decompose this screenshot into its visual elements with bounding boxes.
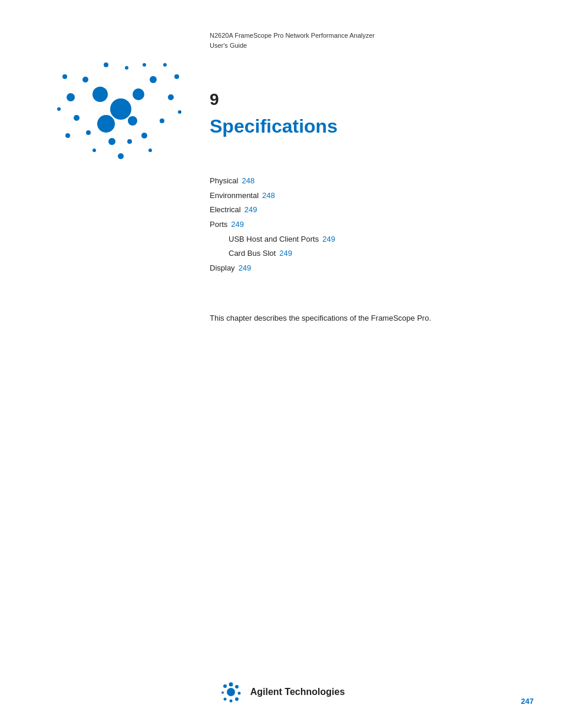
toc-item-page[interactable]: 248: [262, 189, 275, 203]
svg-point-18: [57, 107, 61, 111]
toc-item-label: Environmental: [210, 189, 259, 203]
svg-point-21: [118, 153, 124, 159]
svg-point-34: [222, 691, 224, 694]
svg-point-11: [86, 130, 91, 135]
table-of-contents: Physical248Environmental248Electrical249…: [210, 174, 335, 276]
toc-item-page[interactable]: 249: [279, 246, 292, 261]
svg-point-31: [235, 697, 239, 701]
footer: Agilent Technologies: [0, 678, 562, 706]
toc-item-page[interactable]: 249: [322, 232, 335, 247]
svg-point-0: [110, 98, 131, 120]
decorative-dots-graphic: [35, 32, 189, 186]
toc-item-page[interactable]: 249: [231, 218, 244, 232]
toc-item[interactable]: Display249: [210, 261, 335, 276]
chapter-description: This chapter describes the specification…: [210, 312, 431, 325]
svg-point-35: [223, 684, 227, 688]
svg-point-17: [62, 74, 67, 79]
svg-point-2: [133, 88, 144, 100]
svg-point-12: [108, 138, 115, 145]
footer-brand-name: Agilent Technologies: [250, 687, 345, 697]
toc-item[interactable]: Electrical249: [210, 203, 335, 218]
toc-item-page[interactable]: 249: [244, 203, 257, 218]
svg-point-24: [104, 62, 108, 67]
chapter-number: 9: [210, 91, 219, 108]
toc-item-label: USB Host and Client Ports: [229, 232, 319, 247]
toc-item-label: Display: [210, 261, 235, 276]
svg-point-26: [163, 63, 167, 67]
toc-item-page[interactable]: 248: [242, 174, 254, 189]
svg-point-25: [143, 63, 146, 67]
toc-item-page[interactable]: 249: [239, 261, 252, 276]
svg-point-13: [127, 139, 132, 144]
toc-item[interactable]: Physical248: [210, 174, 335, 189]
header-line1: N2620A FrameScope Pro Network Performanc…: [210, 31, 375, 41]
footer-logo-area: Agilent Technologies: [217, 678, 345, 706]
svg-point-19: [65, 133, 70, 138]
svg-point-20: [92, 149, 96, 152]
svg-point-5: [150, 76, 157, 83]
toc-item-label: Ports: [210, 218, 227, 232]
svg-point-6: [168, 94, 174, 100]
svg-point-10: [74, 115, 80, 121]
svg-point-14: [141, 133, 147, 139]
toc-item-label: Card Bus Slot: [229, 246, 276, 261]
svg-point-15: [174, 74, 179, 79]
footer-page-number: 247: [521, 697, 534, 706]
svg-point-16: [178, 110, 181, 114]
svg-point-9: [67, 93, 75, 101]
toc-item[interactable]: Ports249: [210, 218, 335, 232]
svg-point-3: [97, 115, 115, 133]
toc-item[interactable]: USB Host and Client Ports249: [229, 232, 335, 247]
svg-point-23: [125, 66, 128, 70]
svg-point-7: [160, 118, 164, 123]
svg-point-29: [235, 685, 239, 689]
header-text: N2620A FrameScope Pro Network Performanc…: [210, 31, 375, 50]
toc-item-label: Physical: [210, 174, 238, 189]
svg-point-33: [223, 698, 226, 701]
svg-point-28: [229, 683, 233, 687]
svg-point-4: [128, 116, 137, 126]
svg-point-1: [92, 87, 108, 102]
toc-item-label: Electrical: [210, 203, 241, 218]
agilent-logo-icon: [217, 678, 244, 706]
toc-item[interactable]: Environmental248: [210, 189, 335, 203]
svg-point-8: [82, 77, 88, 83]
svg-point-22: [148, 149, 152, 152]
toc-item[interactable]: Card Bus Slot249: [229, 246, 335, 261]
header-line2: User's Guide: [210, 41, 375, 51]
svg-point-27: [227, 688, 235, 696]
svg-point-30: [237, 692, 240, 695]
chapter-title: Specifications: [210, 115, 338, 137]
svg-point-32: [229, 700, 232, 703]
